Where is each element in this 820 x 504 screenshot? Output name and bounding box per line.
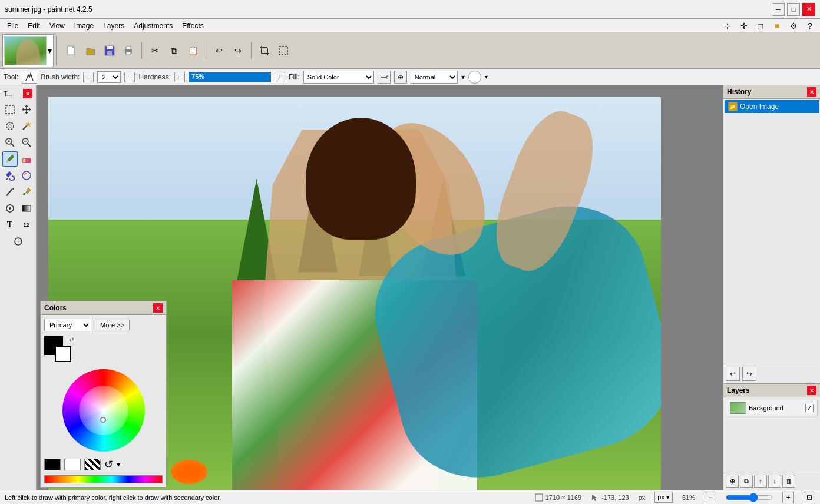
history-close-button[interactable]: ✕ (807, 87, 816, 97)
color-icon[interactable]: ■ (769, 18, 785, 34)
select-tools-icon[interactable]: ⊹ (720, 18, 735, 34)
minimize-button[interactable]: ─ (772, 3, 785, 16)
toolbox: T... ✕ (0, 85, 37, 490)
print-button[interactable] (120, 42, 137, 59)
menu-adjustments[interactable]: Adjustments (129, 21, 177, 31)
brush-width-minus[interactable]: − (83, 72, 94, 82)
eyedropper-tool[interactable] (19, 184, 34, 200)
layers-controls: ⊕ ⧉ ↑ ↓ 🗑 (723, 472, 820, 490)
rectangle-select-tool[interactable] (2, 102, 18, 117)
zoom-slider[interactable] (726, 493, 773, 502)
blend-options-icon[interactable] (378, 71, 391, 84)
redo-button[interactable]: ↪ (230, 42, 246, 59)
paste-button[interactable]: 📋 (184, 42, 201, 59)
magic-wand-tool[interactable] (19, 118, 34, 134)
delete-layer-button[interactable]: 🗑 (782, 475, 795, 488)
colors-close-button[interactable]: ✕ (153, 303, 163, 313)
blend-dropdown[interactable]: ▾ (461, 73, 465, 81)
move-tools-icon[interactable]: ✛ (736, 18, 752, 34)
toolbox-close[interactable]: ✕ (23, 89, 32, 98)
antialiasing-icon[interactable]: ⊕ (394, 71, 407, 84)
lasso-tool[interactable] (2, 118, 18, 134)
more-colors-button[interactable]: More >> (95, 320, 130, 330)
move-layer-down-button[interactable]: ↓ (768, 475, 781, 488)
pan-tool[interactable] (19, 135, 34, 150)
undo-button[interactable]: ↩ (211, 42, 227, 59)
colors-header: Colors ✕ (41, 301, 166, 315)
save-button[interactable] (101, 42, 118, 59)
layer-item[interactable]: Background ✓ (726, 400, 818, 416)
menu-view[interactable]: View (45, 21, 70, 31)
black-color-button[interactable] (44, 459, 61, 470)
zoom-in-button[interactable]: + (782, 492, 794, 503)
active-tool-icon[interactable] (22, 71, 37, 84)
history-item-label: Open Image (740, 102, 779, 111)
eraser-tool[interactable] (19, 151, 34, 167)
settings-icon[interactable]: ⚙ (786, 18, 801, 34)
hardness-bar: 75% (189, 72, 271, 82)
add-layer-button[interactable]: ⊕ (726, 475, 739, 488)
color-wheel[interactable] (62, 369, 145, 452)
copy-button[interactable]: ⧉ (166, 42, 182, 59)
maximize-button[interactable]: □ (787, 3, 800, 16)
layers-content: Background ✓ (723, 397, 820, 472)
sep3 (251, 42, 252, 59)
transparent-button[interactable] (84, 459, 101, 470)
white-color-button[interactable] (64, 459, 81, 470)
history-header: History ✕ (723, 85, 820, 99)
text-sub-tool[interactable]: 12 (19, 217, 34, 233)
brush-width-select[interactable]: 2 35812 (97, 71, 121, 83)
move-tool[interactable] (19, 102, 34, 117)
zoom-out-button[interactable]: − (705, 492, 716, 503)
fit-window-button[interactable]: ⊡ (804, 492, 815, 503)
recolor-tool[interactable] (19, 168, 34, 183)
menu-effects[interactable]: Effects (177, 21, 208, 31)
thumbnail-dropdown[interactable]: ▾ (48, 46, 52, 55)
opacity-dropdown[interactable]: ▾ (485, 74, 488, 80)
text-tool[interactable]: T (2, 217, 18, 233)
svg-rect-7 (126, 52, 131, 55)
thumbnail-tab[interactable]: ▾ (2, 34, 54, 67)
hardness-bar-container[interactable]: 75% (189, 72, 271, 82)
new-button[interactable] (64, 42, 80, 59)
open-button[interactable] (82, 42, 99, 59)
hardness-minus[interactable]: − (174, 72, 185, 82)
unit-button[interactable]: px ▾ (654, 492, 673, 503)
brush-width-plus[interactable]: + (124, 72, 135, 82)
menu-layers[interactable]: Layers (98, 21, 129, 31)
menu-file[interactable]: File (2, 21, 23, 31)
duplicate-layer-button[interactable]: ⧉ (740, 475, 753, 488)
history-undo-button[interactable]: ↩ (726, 367, 740, 381)
bucket-fill-tool[interactable] (2, 168, 18, 183)
layers-close-button[interactable]: ✕ (807, 386, 816, 395)
reset-colors-button[interactable]: ↺ (104, 459, 113, 470)
cut-button[interactable]: ✂ (147, 42, 163, 59)
paintbrush-tool[interactable] (2, 151, 18, 167)
palette-dropdown[interactable]: ▾ (117, 460, 120, 469)
swap-colors-button[interactable]: ⇄ (69, 336, 74, 343)
zoom-tool[interactable] (2, 135, 18, 150)
shapes-tool[interactable] (2, 234, 34, 249)
primary-secondary-select[interactable]: Primary Secondary (44, 319, 91, 331)
clone-stamp-tool[interactable] (2, 201, 18, 216)
select-all-button[interactable] (275, 42, 292, 59)
secondary-color-swatch[interactable] (55, 346, 71, 362)
help-icon[interactable]: ? (802, 18, 818, 34)
hardness-plus[interactable]: + (275, 72, 285, 82)
layer-visibility-checkbox[interactable]: ✓ (805, 404, 814, 412)
menu-edit[interactable]: Edit (23, 21, 45, 31)
menu-image[interactable]: Image (70, 21, 98, 31)
view-icon[interactable]: ◻ (753, 18, 768, 34)
pencil-tool[interactable] (2, 184, 18, 200)
color-palette-bar[interactable] (44, 475, 163, 483)
blend-mode-select[interactable]: Normal Multiply Screen Overlay (411, 71, 458, 84)
move-layer-up-button[interactable]: ↑ (754, 475, 767, 488)
gradient-tool[interactable] (19, 201, 34, 216)
opacity-circle[interactable] (468, 71, 481, 84)
fill-select[interactable]: Solid Color Linear Gradient Radial Gradi… (303, 71, 374, 84)
crop-button[interactable] (256, 42, 273, 59)
history-item[interactable]: 📁 Open Image (725, 100, 819, 113)
cursor-icon (591, 493, 599, 502)
history-redo-button[interactable]: ↪ (742, 367, 756, 381)
close-window-button[interactable]: ✕ (802, 3, 815, 16)
